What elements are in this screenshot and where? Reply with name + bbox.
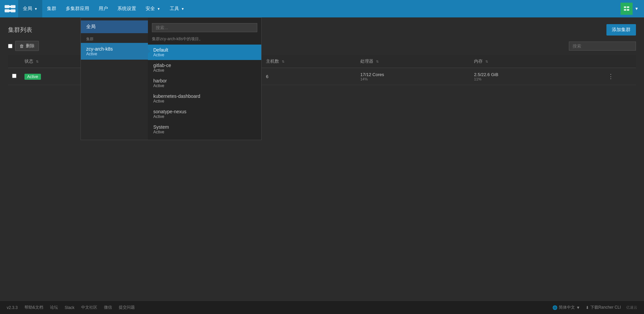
dropdown-cluster-section-label: 集群 [81, 35, 148, 43]
row-memory-cell: 2.5/22.6 GiB 11% [470, 68, 585, 85]
dropdown-right-panel: 集群zcy-arch-k8s中的项目。 DefaultActivegitlab-… [148, 18, 261, 140]
ns-item-status: Active [153, 68, 256, 73]
svg-point-4 [9, 6, 11, 7]
row-cpu: 17/12 Cores [360, 72, 466, 77]
th-hostcount-sort: ⇅ [282, 60, 284, 63]
nav-cluster-label: 集群 [47, 6, 56, 12]
row-memory: 2.5/22.6 GiB [474, 72, 581, 77]
select-all-checkbox[interactable] [8, 44, 12, 48]
row-cpu-cell: 17/12 Cores 14% [356, 68, 470, 85]
lang-chevron: ▼ [576, 305, 580, 310]
nav-user[interactable]: 用户 [94, 0, 113, 17]
user-menu-chevron[interactable]: ▼ [633, 5, 641, 12]
th-cpu-sort: ⇅ [376, 60, 379, 63]
chinese-community-link[interactable]: 中文社区 [81, 305, 97, 310]
nav-user-label: 用户 [99, 6, 108, 12]
nav-cluster[interactable]: 集群 [42, 0, 61, 17]
user-avatar-button[interactable] [621, 3, 633, 15]
global-dropdown-menu: 全局 集群 zcy-arch-k8s Active 集群zcy-arch-k8s… [80, 17, 262, 140]
help-docs-link[interactable]: 帮助&文档 [24, 305, 43, 310]
download-icon: ⬇ [586, 305, 589, 310]
th-memory[interactable]: 内存 ⇅ [470, 55, 585, 68]
svg-rect-8 [624, 9, 626, 11]
language-selector[interactable]: 🌐 简体中文 ▼ [552, 305, 580, 310]
ns-item-status: Active [153, 53, 256, 57]
ns-item-name: gitlab-ce [153, 63, 256, 68]
th-memory-sort: ⇅ [485, 60, 488, 63]
th-status-sort: ⇅ [36, 60, 39, 63]
delete-label: 删除 [26, 43, 35, 49]
watermark: 亿速云 [626, 305, 637, 310]
row-actions-button[interactable]: ⋮ [590, 73, 632, 80]
th-hostcount[interactable]: 主机数 ⇅ [262, 55, 356, 68]
svg-rect-6 [624, 6, 626, 8]
th-cpu-label: 处理器 [360, 59, 373, 64]
row-checkbox[interactable] [12, 74, 16, 78]
ns-item-status: Active [153, 130, 256, 134]
th-hostcount-label: 主机数 [266, 59, 279, 64]
svg-rect-2 [5, 9, 9, 12]
th-status-label: 状态 [24, 59, 33, 64]
ns-item-name: Default [153, 47, 256, 53]
nav-global[interactable]: 全局 ▼ [18, 0, 42, 17]
dropdown-ns-item[interactable]: SystemActive [148, 122, 261, 137]
nav-items: 全局 ▼ 集群 多集群应用 用户 系统设置 安全 ▼ 工具 ▼ [18, 0, 621, 17]
dropdown-cluster-item-zcy[interactable]: zcy-arch-k8s Active [81, 43, 148, 60]
row-actions-cell: ⋮ [586, 68, 636, 85]
forum-link[interactable]: 论坛 [50, 305, 58, 310]
download-cli-link[interactable]: ⬇ 下载Rancher CLI [586, 305, 621, 310]
nav-right: ▼ [621, 3, 641, 15]
page-title: 集群列表 [8, 26, 32, 34]
th-cpu[interactable]: 处理器 ⇅ [356, 55, 470, 68]
dropdown-ns-item[interactable]: DefaultActive [148, 45, 261, 60]
wechat-link[interactable]: 微信 [104, 305, 112, 310]
nav-security[interactable]: 安全 ▼ [141, 0, 165, 17]
submit-issue-link[interactable]: 提交问题 [119, 305, 135, 310]
th-checkbox [8, 55, 20, 68]
ns-item-name: System [153, 124, 256, 130]
th-actions [586, 55, 636, 68]
ns-item-status: Active [153, 83, 256, 88]
nav-security-label: 安全 [146, 6, 155, 12]
svg-rect-0 [5, 5, 9, 8]
download-label: 下载Rancher CLI [590, 305, 621, 310]
row-memory-pct: 11% [474, 77, 581, 81]
globe-icon: 🌐 [552, 305, 557, 310]
ns-item-name: kubernetes-dashboard [153, 93, 256, 99]
nav-tools-label: 工具 [170, 6, 179, 12]
nav-global-chevron: ▼ [34, 7, 38, 11]
dropdown-search-input[interactable] [152, 23, 257, 32]
nav-settings[interactable]: 系统设置 [113, 0, 141, 17]
dropdown-global-item[interactable]: 全局 [81, 20, 148, 33]
dropdown-ns-item[interactable]: kubernetes-dashboardActive [148, 91, 261, 106]
delete-button[interactable]: 🗑 删除 [15, 41, 39, 51]
slack-link[interactable]: Slack [65, 305, 74, 310]
logo [3, 3, 17, 15]
dropdown-ns-item[interactable]: gitlab-ceActive [148, 60, 261, 75]
search-input[interactable] [569, 42, 636, 51]
nav-security-chevron: ▼ [157, 7, 160, 11]
footer: v2.3.3 帮助&文档 论坛 Slack 中文社区 微信 提交问题 🌐 简体中… [0, 301, 644, 314]
row-cpu-pct: 14% [360, 77, 466, 81]
svg-rect-7 [627, 6, 629, 8]
row-hostcount-cell: 6 [262, 68, 356, 85]
ns-item-name: harbor [153, 78, 256, 83]
nav-tools-chevron: ▼ [181, 7, 184, 11]
svg-point-5 [9, 10, 11, 12]
dropdown-ns-item[interactable]: harborActive [148, 75, 261, 91]
nav-multiapp[interactable]: 多集群应用 [61, 0, 94, 17]
svg-rect-3 [11, 9, 15, 12]
language-label: 简体中文 [559, 305, 575, 310]
svg-rect-1 [11, 5, 15, 8]
add-cluster-button[interactable]: 添加集群 [606, 24, 636, 36]
footer-left: v2.3.3 帮助&文档 论坛 Slack 中文社区 微信 提交问题 [7, 305, 135, 310]
version-label: v2.3.3 [7, 305, 18, 310]
ns-item-status: Active [153, 99, 256, 104]
dropdown-global-label: 全局 [86, 24, 143, 30]
dropdown-ns-item[interactable]: sonatype-nexusActive [148, 106, 261, 122]
ns-item-status: Active [153, 114, 256, 119]
nav-tools[interactable]: 工具 ▼ [165, 0, 189, 17]
top-navigation: 全局 ▼ 集群 多集群应用 用户 系统设置 安全 ▼ 工具 ▼ [0, 0, 644, 17]
nav-global-label: 全局 [23, 6, 32, 12]
cluster-item-name: zcy-arch-k8s [86, 46, 143, 52]
